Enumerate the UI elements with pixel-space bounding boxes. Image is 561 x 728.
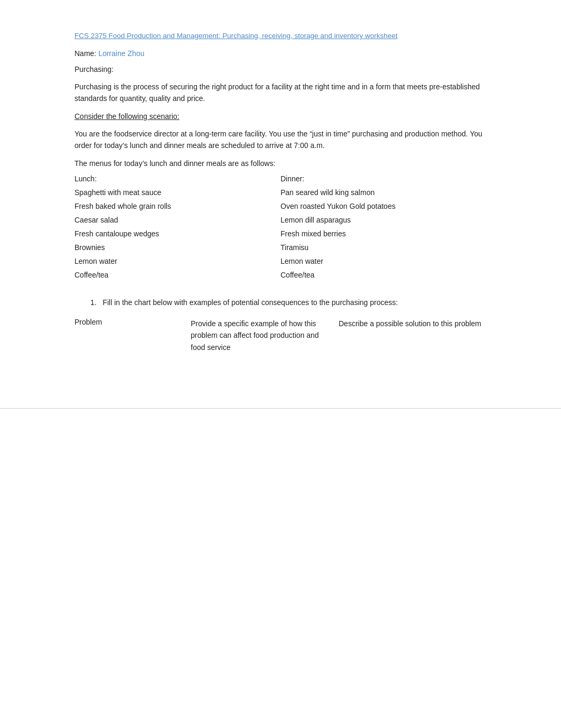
menu-table: Lunch: Dinner: Spaghetti with meat sauce…: [74, 172, 487, 282]
lunch-item-6: Lemon water: [74, 254, 280, 268]
scenario-heading: Consider the following scenario:: [74, 112, 487, 121]
lunch-item-4: Fresh cantaloupe wedges: [74, 227, 280, 241]
scenario-body: You are the foodservice director at a lo…: [74, 128, 487, 152]
chart-problem-header: Problem: [74, 318, 191, 353]
page-container: FCS 2375 Food Production and Management:…: [53, 0, 508, 376]
name-value: Lorraine Zhou: [98, 49, 144, 58]
menus-intro: The menus for today’s lunch and dinner m…: [74, 159, 487, 168]
numbered-section: 1. Fill in the chart below with examples…: [74, 297, 487, 308]
document-title: FCS 2375 Food Production and Management:…: [74, 32, 487, 40]
lunch-item-3: Caesar salad: [74, 213, 280, 227]
question-1: 1. Fill in the chart below with examples…: [90, 297, 487, 308]
purchasing-body: Purchasing is the process of securing th…: [74, 81, 487, 105]
lunch-item-7: Coffee/tea: [74, 268, 280, 282]
lunch-label: Lunch:: [74, 172, 280, 186]
purchasing-label: Purchasing:: [74, 65, 487, 73]
dinner-item-7: Coffee/tea: [280, 268, 487, 282]
lunch-item-5: Brownies: [74, 241, 280, 254]
name-line: Name: Lorraine Zhou: [74, 49, 487, 58]
dinner-item-6: Lemon water: [280, 254, 487, 268]
dinner-item-4: Fresh mixed berries: [280, 227, 487, 241]
dinner-item-2: Oven roasted Yukon Gold potatoes: [280, 199, 487, 213]
dinner-item-3: Lemon dill asparagus: [280, 213, 487, 227]
dinner-label: Dinner:: [280, 172, 487, 186]
name-label: Name:: [74, 49, 96, 58]
lunch-item-2: Fresh baked whole grain rolls: [74, 199, 280, 213]
chart-solution-header: Describe a possible solution to this pro…: [339, 318, 487, 353]
chart-header-row: Problem Provide a specific example of ho…: [74, 318, 487, 353]
dinner-item-1: Pan seared wild king salmon: [280, 186, 487, 199]
bottom-area: [0, 409, 561, 567]
dinner-item-5: Tiramisu: [280, 241, 487, 254]
chart-example-header: Provide a specific example of how this p…: [191, 318, 339, 353]
lunch-item-1: Spaghetti with meat sauce: [74, 186, 280, 199]
